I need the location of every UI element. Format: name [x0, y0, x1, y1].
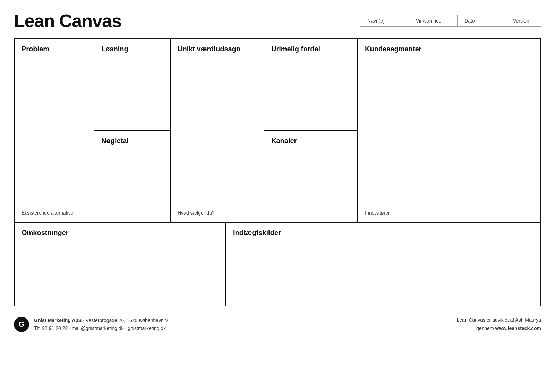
footer-contact: Gnist Marketing ApS · Vesterbrogade 26, …	[34, 316, 168, 332]
credit-line1: Lean Canvas er udviklet af Ash Maurya	[456, 316, 541, 324]
credit-link: www.leanstack.com	[495, 325, 541, 331]
version-field[interactable]: Version	[506, 15, 541, 26]
urimelig-title: Urimelig fordel	[271, 45, 350, 53]
logo-symbol: G	[18, 320, 24, 329]
header: Lean Canvas Navn(e) Virksomhed Dato Vers…	[14, 10, 541, 31]
kundesegmenter-sub: Innovatører	[365, 210, 533, 216]
canvas-top-row: Problem Eksisterende alternativer Løsnin…	[15, 39, 540, 223]
footer-line2: Tlf. 22 91 20 22 · mail@gnistmarketing.d…	[34, 324, 168, 332]
header-fields: Navn(e) Virksomhed Dato Version	[360, 15, 541, 27]
lean-canvas: Problem Eksisterende alternativer Løsnin…	[14, 38, 541, 306]
fordel-column: Urimelig fordel Kanaler	[264, 39, 358, 222]
nogletal-title: Nøgletal	[101, 137, 163, 145]
footer-left: G Gnist Marketing ApS · Vesterbrogade 26…	[14, 316, 456, 332]
indtaegt-title: Indtægtskilder	[233, 229, 533, 237]
unikt-title: Unikt værdiudsagn	[178, 45, 257, 53]
urimelig-cell[interactable]: Urimelig fordel	[264, 39, 357, 131]
losning-column: Løsning Nøgletal	[94, 39, 171, 222]
navn-field[interactable]: Navn(e)	[360, 15, 409, 26]
virksomhed-field[interactable]: Virksomhed	[409, 15, 458, 26]
canvas-bottom-row: Omkostninger Indtægtskilder	[15, 223, 540, 306]
kanaler-cell[interactable]: Kanaler	[264, 131, 357, 222]
omkostninger-title: Omkostninger	[22, 229, 219, 237]
indtaegt-cell[interactable]: Indtægtskilder	[226, 223, 540, 306]
unikt-cell[interactable]: Unikt værdiudsagn Hvad sælger du?	[171, 39, 264, 222]
page-title: Lean Canvas	[14, 10, 135, 31]
problem-cell[interactable]: Problem Eksisterende alternativer	[15, 39, 94, 222]
problem-sub: Eksisterende alternativer	[22, 210, 87, 216]
footer: G Gnist Marketing ApS · Vesterbrogade 26…	[14, 313, 541, 333]
credit-line2: gennem www.leanstack.com	[456, 324, 541, 333]
omkostninger-cell[interactable]: Omkostninger	[15, 223, 226, 306]
footer-credit: Lean Canvas er udviklet af Ash Maurya ge…	[456, 316, 541, 333]
nogletal-cell[interactable]: Nøgletal	[94, 131, 170, 222]
problem-title: Problem	[22, 45, 87, 53]
gnist-logo: G	[14, 317, 29, 332]
kundesegmenter-title: Kundesegmenter	[365, 45, 533, 53]
footer-line1: Gnist Marketing ApS · Vesterbrogade 26, …	[34, 316, 168, 324]
company-name: Gnist Marketing ApS	[34, 317, 82, 323]
kundesegmenter-cell[interactable]: Kundesegmenter Innovatører	[358, 39, 540, 222]
unikt-sub: Hvad sælger du?	[178, 210, 257, 216]
company-address: · Vesterbrogade 26, 1620 København V	[83, 317, 168, 323]
credit-prefix: gennem	[476, 325, 495, 331]
kanaler-title: Kanaler	[271, 137, 350, 145]
dato-field[interactable]: Dato	[458, 15, 506, 26]
losning-title: Løsning	[101, 45, 163, 53]
losning-cell[interactable]: Løsning	[94, 39, 170, 131]
